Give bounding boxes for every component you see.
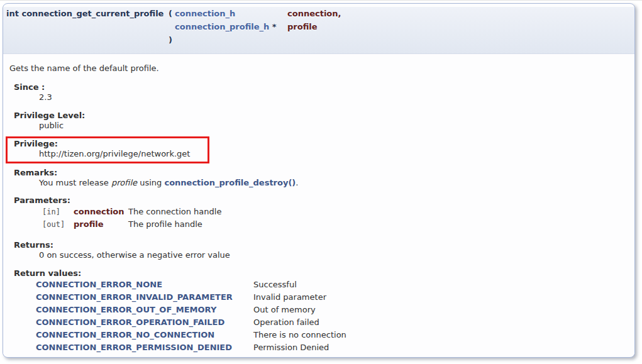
param-type-link-connection-profile-h[interactable]: connection_profile_h xyxy=(175,22,269,31)
function-doc-card: int connection_get_current_profile ( con… xyxy=(3,3,635,358)
close-paren: ) xyxy=(169,33,175,47)
retval-link-connection-error-none[interactable]: CONNECTION_ERROR_NONE xyxy=(36,280,162,289)
param-description: The profile handle xyxy=(128,218,221,231)
retval-link-connection-error-permission-denied[interactable]: CONNECTION_ERROR_PERMISSION_DENIED xyxy=(36,343,232,352)
return-values-table: CONNECTION_ERROR_NONE Successful CONNECT… xyxy=(36,279,346,354)
signature-param-profile: profile xyxy=(287,20,341,33)
param-name: profile xyxy=(74,218,128,231)
param-direction: [out] xyxy=(39,218,74,231)
section-remarks: Remarks: You must release profile using … xyxy=(14,168,628,188)
remarks-prefix: You must release xyxy=(39,178,111,187)
retval-description: Permission Denied xyxy=(253,341,346,354)
privilege-label: Privilege: xyxy=(14,139,208,149)
retval-link-connection-error-out-of-memory[interactable]: CONNECTION_ERROR_OUT_OF_MEMORY xyxy=(36,305,216,314)
remarks-middle: using xyxy=(137,178,164,187)
section-privilege-level: Privilege Level: public xyxy=(14,111,628,131)
retval-link-connection-error-operation-failed[interactable]: CONNECTION_ERROR_OPERATION_FAILED xyxy=(36,317,224,327)
retval-link-connection-error-invalid-parameter[interactable]: CONNECTION_ERROR_INVALID_PARAMETER xyxy=(36,292,233,302)
remarks-param-ref: profile xyxy=(111,178,137,187)
retval-description: Out of memory xyxy=(253,304,346,316)
section-privilege privilege-highlight-box: Privilege: http://tizen.org/privilege/ne… xyxy=(6,136,209,163)
retval-description: Invalid parameter xyxy=(253,291,346,304)
privilege-value: http://tizen.org/privilege/network.get xyxy=(39,149,208,159)
function-description: Gets the name of the default profile. xyxy=(9,63,628,74)
signature-param-connection: connection, xyxy=(287,7,341,20)
function-doc-body: Gets the name of the default profile. Si… xyxy=(3,63,634,354)
page-top-divider xyxy=(0,0,642,1)
since-value: 2.3 xyxy=(39,92,628,102)
table-row: CONNECTION_ERROR_OUT_OF_MEMORY Out of me… xyxy=(36,304,346,316)
param-type-link-connection-h[interactable]: connection_h xyxy=(175,9,235,18)
returns-label: Returns: xyxy=(14,240,628,250)
section-parameters: Parameters: [in] connection The connecti… xyxy=(14,196,628,231)
function-link-connection-profile-destroy[interactable]: connection_profile_destroy() xyxy=(164,178,296,187)
privilege-level-label: Privilege Level: xyxy=(14,111,628,121)
table-row: CONNECTION_ERROR_OPERATION_FAILED Operat… xyxy=(36,316,346,329)
function-name: int connection_get_current_profile xyxy=(6,7,169,20)
return-values-label: Return values: xyxy=(14,268,628,279)
param-direction: [in] xyxy=(39,206,74,218)
returns-value: 0 on success, otherwise a negative error… xyxy=(39,250,628,260)
remarks-suffix: . xyxy=(296,178,298,187)
retval-description: Operation failed xyxy=(253,316,346,329)
parameters-label: Parameters: xyxy=(14,196,628,206)
section-since: Since : 2.3 xyxy=(14,82,628,102)
retval-description: Successful xyxy=(253,279,346,291)
table-row: CONNECTION_ERROR_NO_CONNECTION There is … xyxy=(36,329,346,341)
param-name: connection xyxy=(74,206,128,218)
remarks-label: Remarks: xyxy=(14,168,628,178)
param-description: The connection handle xyxy=(128,206,221,218)
table-row: CONNECTION_ERROR_NONE Successful xyxy=(36,279,346,291)
open-paren: ( xyxy=(169,7,175,20)
remarks-text: You must release profile using connectio… xyxy=(39,178,628,188)
since-label: Since : xyxy=(14,82,628,92)
function-signature-header: int connection_get_current_profile ( con… xyxy=(3,7,634,54)
table-row: [out] profile The profile handle xyxy=(39,218,221,231)
privilege-level-value: public xyxy=(39,121,628,131)
retval-description: There is no connection xyxy=(253,329,346,341)
table-row: CONNECTION_ERROR_PERMISSION_DENIED Permi… xyxy=(36,341,346,354)
table-row: CONNECTION_ERROR_INVALID_PARAMETER Inval… xyxy=(36,291,346,304)
retval-link-connection-error-no-connection[interactable]: CONNECTION_ERROR_NO_CONNECTION xyxy=(36,330,214,339)
section-returns: Returns: 0 on success, otherwise a negat… xyxy=(14,240,628,260)
function-signature-table: int connection_get_current_profile ( con… xyxy=(6,7,341,47)
param-type-suffix: * xyxy=(269,22,276,31)
parameters-table: [in] connection The connection handle [o… xyxy=(39,206,221,231)
table-row: [in] connection The connection handle xyxy=(39,206,221,218)
section-return-values: Return values: CONNECTION_ERROR_NONE Suc… xyxy=(14,268,628,354)
